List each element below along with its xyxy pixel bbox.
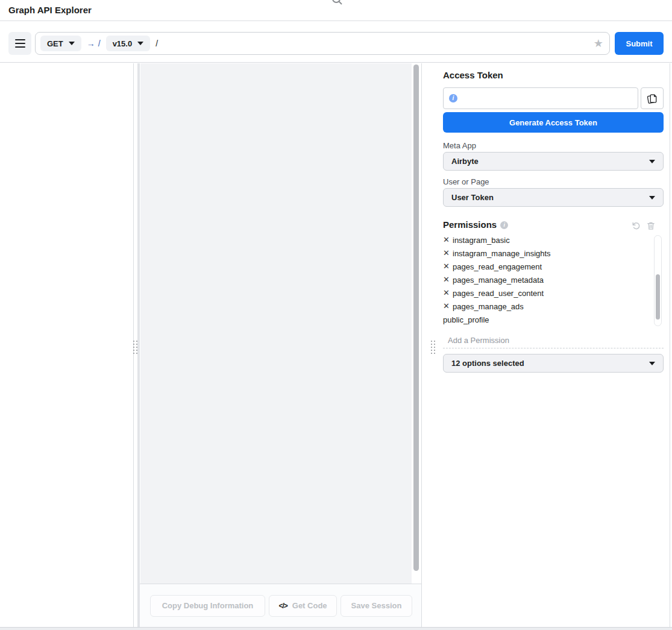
left-resize-handle[interactable] [133, 341, 138, 356]
permissions-scroll-thumb[interactable] [656, 274, 660, 320]
favorite-star-icon[interactable]: ★ [594, 38, 603, 49]
access-token-heading: Access Token [443, 70, 503, 80]
access-token-panel: Access Token i Generate Access Token Met… [442, 63, 672, 627]
response-viewer[interactable] [140, 63, 412, 584]
chevron-down-icon [649, 160, 655, 163]
permission-item: ✕ pages_read_user_content [443, 286, 650, 300]
copy-debug-button[interactable]: Copy Debug Information [150, 595, 265, 617]
remove-icon[interactable]: ✕ [443, 236, 453, 247]
permission-item: ✕ instagram_manage_insights [443, 247, 650, 260]
app-header: Graph API Explorer [0, 0, 672, 21]
hamburger-icon [15, 39, 25, 40]
response-scrollbar[interactable] [413, 65, 419, 571]
remove-icon[interactable]: ✕ [443, 260, 453, 273]
access-token-input[interactable] [460, 88, 634, 109]
chevron-down-icon [649, 362, 655, 365]
user-or-page-label: User or Page [443, 177, 489, 186]
permissions-scrollbar[interactable] [654, 235, 662, 326]
remove-icon[interactable]: ✕ [443, 300, 453, 313]
token-input-wrap: i [443, 87, 638, 109]
token-info-icon[interactable]: i [449, 94, 457, 102]
permission-label: pages_manage_metadata [453, 276, 544, 285]
graph-api-explorer-page: Graph API Explorer GET → / v15.0 [0, 0, 672, 630]
user-or-page-select[interactable]: User Token [443, 188, 664, 207]
save-session-button[interactable]: Save Session [341, 595, 412, 617]
permission-label: pages_read_user_content [453, 289, 544, 298]
code-icon: </> [278, 602, 287, 610]
trash-icon[interactable] [647, 221, 655, 230]
search-icon[interactable] [330, 0, 344, 6]
path-slash: / [155, 39, 158, 48]
right-resize-handle[interactable] [431, 341, 436, 356]
get-code-label: Get Code [292, 601, 327, 610]
arrow-slash: / [98, 39, 101, 48]
permissions-list: ✕ instagram_basic ✕ instagram_manage_ins… [443, 236, 650, 326]
bottom-strip [0, 627, 672, 630]
permission-label: pages_read_engagement [453, 262, 542, 271]
submit-button[interactable]: Submit [615, 32, 664, 55]
hamburger-icon [15, 43, 25, 44]
permission-item: ✕ pages_manage_ads [443, 300, 650, 313]
remove-icon[interactable]: ✕ [443, 273, 453, 286]
permissions-header: Permissionsi [443, 219, 664, 233]
response-footer: Copy Debug Information </> Get Code Save… [140, 584, 421, 627]
undo-icon[interactable] [632, 221, 641, 230]
remove-icon[interactable]: ✕ [443, 247, 453, 260]
permission-label: instagram_manage_insights [453, 249, 551, 258]
main-area: Copy Debug Information </> Get Code Save… [0, 63, 672, 627]
meta-app-value: Airbyte [451, 157, 479, 166]
permission-item: public_profile [443, 313, 650, 326]
page-title: Graph API Explorer [8, 0, 92, 20]
remove-icon[interactable]: ✕ [443, 286, 453, 300]
permission-label: pages_manage_ads [453, 302, 524, 311]
generate-access-token-button[interactable]: Generate Access Token [443, 112, 664, 133]
api-version-value: v15.0 [113, 39, 133, 48]
api-version-dropdown[interactable]: v15.0 [106, 36, 151, 51]
chevron-down-icon [137, 42, 143, 45]
arrow-icon: → [87, 39, 95, 48]
options-selected-value: 12 options selected [451, 359, 524, 368]
user-or-page-value: User Token [451, 193, 494, 202]
meta-app-select[interactable]: Airbyte [443, 152, 664, 171]
menu-button[interactable] [8, 32, 31, 55]
get-code-button[interactable]: </> Get Code [269, 595, 337, 617]
meta-app-label: Meta App [443, 141, 476, 150]
http-method-value: GET [47, 39, 63, 48]
permission-label: instagram_basic [453, 236, 510, 245]
permission-item: ✕ pages_manage_metadata [443, 273, 650, 286]
chevron-down-icon [69, 42, 75, 45]
permissions-options-select[interactable]: 12 options selected [443, 354, 664, 373]
copy-token-button[interactable] [641, 87, 664, 109]
hamburger-icon [15, 46, 25, 48]
right-panel-edge [670, 63, 670, 627]
request-arrow: → / [87, 39, 101, 48]
add-permission-input[interactable] [443, 332, 664, 348]
token-row: i [443, 87, 664, 109]
permission-label: public_profile [443, 315, 489, 324]
permissions-heading: Permissions [443, 219, 497, 230]
chevron-down-icon [649, 196, 655, 200]
left-panel [0, 63, 134, 627]
copy-icon [647, 93, 658, 104]
permission-item: ✕ pages_read_engagement [443, 260, 650, 273]
request-toolbar: GET → / v15.0 / ★ Submit [0, 22, 672, 63]
response-panel: Copy Debug Information </> Get Code Save… [140, 63, 422, 627]
http-method-dropdown[interactable]: GET [40, 36, 81, 51]
permission-item: ✕ instagram_basic [443, 236, 650, 247]
request-url-bar[interactable]: GET → / v15.0 / ★ [35, 32, 610, 55]
permissions-info-icon[interactable]: i [500, 221, 508, 229]
